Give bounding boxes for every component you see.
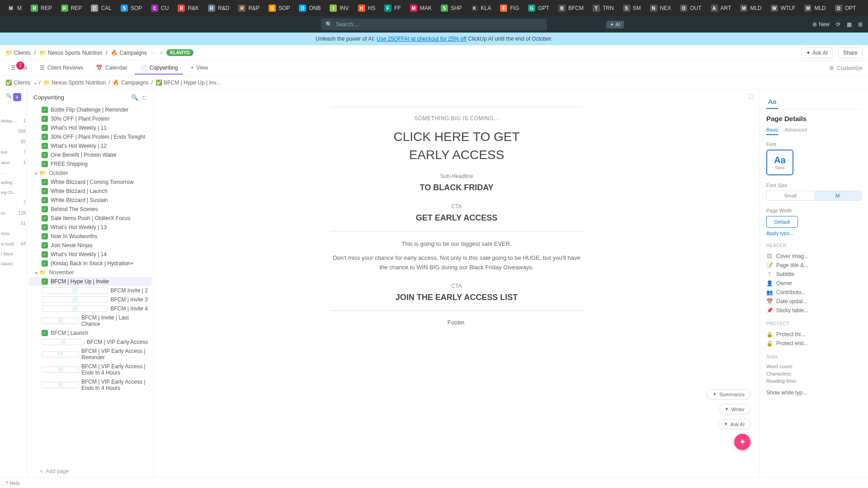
rp-protect-option[interactable]: 🔒Protect enti...: [766, 339, 862, 348]
tree-item[interactable]: ✓What's Hot Weekly | 12: [29, 141, 151, 150]
page-width-default[interactable]: Default: [766, 216, 798, 228]
tree-item[interactable]: ✓White Blizzard | Sustain: [29, 196, 151, 205]
rail-item[interactable]: 686: [0, 127, 27, 136]
bookmark-mak[interactable]: MMAK: [406, 3, 435, 14]
cta-2[interactable]: JOIN THE EARLY ACCESS LIST: [330, 293, 583, 302]
tree-item[interactable]: 📄BFCM | VIP Early Access | Reminder: [29, 347, 151, 362]
rp-tab-font[interactable]: Aa: [766, 95, 778, 109]
tree-item[interactable]: 📄BFCM | VIP Early Access | Ends In 4 Hou…: [29, 362, 151, 377]
sidebar-search-icon[interactable]: 🔍: [131, 94, 138, 101]
bookmark-ff[interactable]: FFF: [381, 3, 405, 14]
search-input[interactable]: 🔍 Search...: [321, 19, 547, 30]
clock-icon[interactable]: ⟳: [836, 21, 840, 28]
tree-item[interactable]: 📄BFCM | Invite 3: [29, 295, 151, 304]
ask-ai-button[interactable]: ✦ Ask AI: [801, 47, 833, 58]
document-editor[interactable]: ☐ SOMETHING BIG IS COMING... CLICK HERE …: [154, 89, 760, 477]
rp-protect-option[interactable]: 🔒Protect thi...: [766, 330, 862, 339]
tab-calendar[interactable]: 📅 Calendar: [90, 62, 133, 75]
tree-item[interactable]: ▸ 📁October: [29, 169, 151, 178]
grid-icon[interactable]: ▦: [847, 21, 852, 28]
bookmark-nex[interactable]: NNEX: [646, 3, 675, 14]
bookmark-r&d[interactable]: RR&D: [204, 3, 233, 14]
tree-item[interactable]: ✓What's Hot Weekly | 11: [29, 123, 151, 132]
rail-item[interactable]: w Audit64: [0, 239, 27, 248]
tree-item[interactable]: ✓Behind The Scenes: [29, 205, 151, 214]
tree-item[interactable]: ✓30% OFF | Plant Protein: [29, 114, 151, 123]
tree-item[interactable]: ✓(Kinda) Back In Stock | Hydration+: [29, 259, 151, 268]
bookmark-rep[interactable]: RREP: [27, 3, 56, 14]
sc-clients[interactable]: ✅ Clients: [5, 80, 30, 86]
rp-option[interactable]: 🖼Cover imag...: [766, 252, 862, 261]
tree-item[interactable]: ✓One Benefit | Protein Water: [29, 150, 151, 160]
rp-option[interactable]: 📝Page title &...: [766, 261, 862, 270]
tree-item[interactable]: 📄BFCM | VIP Early Access: [29, 338, 151, 347]
tree-item[interactable]: 📄BFCM | VIP Early Access | Ends In 4 Hou…: [29, 377, 151, 393]
sc-campaigns[interactable]: 🔥 Campaigns: [113, 80, 148, 86]
add-page-button[interactable]: + Add page: [27, 465, 153, 477]
sidebar-collapse-icon[interactable]: ⊏: [142, 94, 147, 101]
rp-option[interactable]: 👥Contributo...: [766, 288, 862, 297]
rail-item[interactable]: ing Checkl...: [0, 188, 27, 197]
customize-button[interactable]: ⚙ Customize: [829, 65, 863, 71]
rail-item[interactable]: [0, 111, 27, 115]
bookmark-gpt[interactable]: GGPT: [524, 3, 553, 14]
bookmark-kla[interactable]: KKLA: [467, 3, 495, 14]
crumb-clients[interactable]: 📁 Clients: [5, 50, 31, 56]
rail-item[interactable]: ...: [0, 169, 27, 177]
fab-button[interactable]: ✦: [734, 434, 750, 450]
rp-option[interactable]: TSubtitle: [766, 270, 862, 279]
bookmark-wtlf[interactable]: WWTLF: [767, 3, 799, 14]
bookmark-r&k[interactable]: RR&K: [174, 3, 203, 14]
tree-item[interactable]: ✓Now In Woolworths: [29, 232, 151, 241]
rp-tab-advanced[interactable]: Advanced: [785, 127, 807, 135]
apply-typo-link[interactable]: Apply typo...: [766, 230, 862, 236]
ai-badge[interactable]: ✦ AI: [606, 21, 624, 28]
bookmark-fig[interactable]: FFIG: [496, 3, 523, 14]
rail-item[interactable]: rthday ...1: [0, 117, 27, 125]
ask-ai-doc-button[interactable]: ✦ Ask AI: [718, 419, 750, 429]
bookmark-onb[interactable]: OONB: [295, 3, 324, 14]
bookmark-rep[interactable]: RREP: [57, 3, 86, 14]
writer-button[interactable]: ✦ Writer: [719, 404, 750, 414]
tree-item[interactable]: ✓White Blizzard | Coming Tomorrow: [29, 178, 151, 187]
filter-icon[interactable]: ≡: [160, 50, 163, 56]
rail-item[interactable]: 51: [0, 219, 27, 228]
tree-item[interactable]: ✓What's Hot Weekly | 14: [29, 250, 151, 259]
bookmark-hs[interactable]: HHS: [354, 3, 379, 14]
tree-item[interactable]: ✓Bottle Flip Challenge | Reminder: [29, 105, 151, 114]
rail-item[interactable]: tion7: [0, 148, 27, 156]
headline-1[interactable]: CLICK HERE TO GET: [330, 130, 583, 144]
bookmark-shp[interactable]: SSHP: [437, 3, 466, 14]
tree-item[interactable]: ✓FREE Shipping: [29, 160, 151, 169]
bookmark-r&p[interactable]: RR&P: [235, 3, 263, 14]
bookmark-sop[interactable]: SSOP: [117, 3, 146, 14]
bookmark-art[interactable]: AART: [707, 3, 735, 14]
tree-item[interactable]: 📄BFCM | Invite 4: [29, 304, 151, 313]
body-1[interactable]: This is going to be our biggest sale EVE…: [330, 239, 583, 249]
apps-icon[interactable]: ⊞: [858, 21, 863, 28]
bookmark-mld[interactable]: MMLD: [736, 3, 765, 14]
tree-item[interactable]: 📄BFCM Invite | 2: [29, 286, 151, 295]
rail-item[interactable]: arding Todo: [0, 178, 27, 187]
bookmark-mld[interactable]: MMLD: [801, 3, 829, 14]
bookmark-opt[interactable]: OOPT: [831, 3, 860, 14]
more-icon[interactable]: ⋯: [151, 50, 156, 56]
rp-option[interactable]: 📌Sticky table...: [766, 306, 862, 315]
headline-2[interactable]: EARLY ACCESS: [330, 148, 583, 162]
sub-headline[interactable]: TO BLACK FRIDAY: [330, 183, 583, 192]
tree-item[interactable]: ✓Sale Items Push | ObliterX Focus: [29, 214, 151, 223]
share-button[interactable]: Share: [838, 47, 863, 58]
avatar[interactable]: 2: [16, 61, 24, 70]
bookmark-sm[interactable]: SSM: [619, 3, 645, 14]
bookmark-m[interactable]: MM: [4, 3, 25, 14]
tree-item[interactable]: ▸ 📁November: [29, 268, 151, 277]
tree-item[interactable]: ✓What's Hot Weekly | 13: [29, 223, 151, 232]
bookmark-inv[interactable]: IINV: [326, 3, 352, 14]
tab-copywriting[interactable]: 📄 Copywriting: [135, 62, 184, 75]
body-2[interactable]: Don't miss your chance for early access.…: [330, 253, 583, 272]
new-button[interactable]: ⊕ New: [812, 21, 830, 28]
font-option-sans[interactable]: Aa Sans: [766, 150, 793, 175]
footer-text[interactable]: Footer.: [330, 319, 583, 326]
crumb-nexus[interactable]: 📁 Nexus Sports Nutrition: [39, 50, 102, 56]
rail-item[interactable]: Davie): [0, 260, 27, 268]
